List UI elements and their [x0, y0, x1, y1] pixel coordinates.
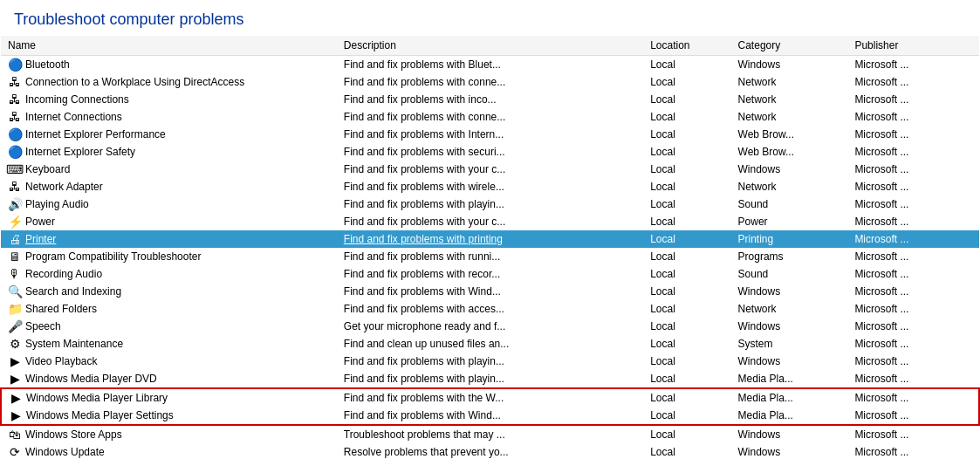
col-header-pub[interactable]: Publisher [847, 36, 979, 56]
item-name: ▶Windows Media Player Library [1, 388, 337, 407]
item-icon: 🖧 [8, 75, 22, 89]
item-name: 🖧Connection to a Workplace Using DirectA… [1, 73, 337, 91]
content-area: Name Description Location Category Publi… [0, 36, 980, 459]
col-header-cat[interactable]: Category [731, 36, 848, 56]
item-category: Media Pla... [731, 388, 848, 407]
item-location: Local [643, 265, 730, 283]
table-row[interactable]: 🖨PrinterFind and fix problems with print… [1, 230, 979, 248]
item-location: Local [643, 335, 730, 353]
item-desc: Find and fix problems with Wind... [337, 283, 643, 300]
table-row[interactable]: 🖧Network AdapterFind and fix problems wi… [1, 178, 979, 195]
item-icon: ⚡ [8, 215, 22, 229]
table-row[interactable]: 🛍Windows Store AppsTroubleshoot problems… [1, 425, 979, 443]
table-row[interactable]: 🖥Program Compatibility TroubleshooterFin… [1, 248, 979, 265]
item-publisher: Microsoft ... [847, 425, 979, 443]
item-name: ⚙System Maintenance [1, 335, 337, 353]
troubleshooter-list[interactable]: Name Description Location Category Publi… [0, 36, 980, 459]
table-row[interactable]: 🖧Incoming ConnectionsFind and fix proble… [1, 91, 979, 108]
item-icon: 🖨 [8, 232, 22, 246]
item-desc: Get your microphone ready and f... [337, 318, 643, 335]
item-publisher: Microsoft ... [847, 195, 979, 213]
item-name-text: Bluetooth [25, 58, 70, 71]
table-row[interactable]: ▶Windows Media Player SettingsFind and f… [1, 407, 979, 425]
item-location: Local [643, 318, 730, 335]
item-name: 🔵Bluetooth [1, 56, 337, 74]
item-category: Network [731, 108, 848, 126]
table-row[interactable]: 🔍Search and IndexingFind and fix problem… [1, 283, 979, 300]
item-publisher: Microsoft ... [847, 388, 979, 407]
table-row[interactable]: ▶Video PlaybackFind and fix problems wit… [1, 353, 979, 370]
item-category: Web Brow... [731, 126, 848, 143]
item-desc: Find and fix problems with Intern... [337, 126, 643, 143]
item-name-text: Internet Explorer Safety [25, 146, 135, 158]
table-row[interactable]: ▶Windows Media Player LibraryFind and fi… [1, 388, 979, 407]
item-icon: 🔵 [8, 145, 22, 159]
item-name: 🖧Internet Connections [1, 108, 337, 126]
item-location: Local [643, 230, 730, 248]
item-icon: 🎙 [8, 267, 22, 281]
table-row[interactable]: ⟳Windows UpdateResolve problems that pre… [1, 443, 979, 459]
item-name: ▶Windows Media Player DVD [1, 370, 337, 388]
item-publisher: Microsoft ... [847, 407, 979, 425]
item-category: Network [731, 73, 848, 91]
item-location: Local [643, 126, 730, 143]
item-name: 🔊Playing Audio [1, 195, 337, 213]
item-name: 🖨Printer [1, 230, 337, 248]
item-name: 🖧Incoming Connections [1, 91, 337, 108]
item-name: 🔵Internet Explorer Safety [1, 143, 337, 161]
table-row[interactable]: 🔵BluetoothFind and fix problems with Blu… [1, 56, 979, 74]
item-icon: 🔍 [8, 284, 22, 298]
table-row[interactable]: ⚡PowerFind and fix problems with your c.… [1, 213, 979, 230]
item-name-text: Internet Connections [25, 111, 122, 123]
table-row[interactable]: 🔵Internet Explorer PerformanceFind and f… [1, 126, 979, 143]
item-category: Media Pla... [731, 407, 848, 425]
item-publisher: Microsoft ... [847, 283, 979, 300]
item-desc: Find and fix problems with your c... [337, 213, 643, 230]
item-icon: 🔵 [8, 58, 22, 72]
item-name: ⚡Power [1, 213, 337, 230]
item-location: Local [643, 73, 730, 91]
item-icon: 🖥 [8, 250, 22, 264]
table-row[interactable]: 🔵Internet Explorer SafetyFind and fix pr… [1, 143, 979, 161]
col-header-name[interactable]: Name [1, 36, 337, 56]
col-header-desc[interactable]: Description [337, 36, 643, 56]
col-header-loc[interactable]: Location [643, 36, 730, 56]
table-row[interactable]: 📁Shared FoldersFind and fix problems wit… [1, 300, 979, 318]
item-name-text: Video Playback [25, 355, 98, 367]
page-title: Troubleshoot computer problems [0, 0, 980, 36]
item-name-text: Printer [25, 233, 56, 245]
item-publisher: Microsoft ... [847, 318, 979, 335]
item-icon: 🖧 [8, 110, 22, 124]
item-category: Printing [731, 230, 848, 248]
item-location: Local [643, 370, 730, 388]
table-row[interactable]: ▶Windows Media Player DVDFind and fix pr… [1, 370, 979, 388]
table-row[interactable]: 🎙Recording AudioFind and fix problems wi… [1, 265, 979, 283]
item-publisher: Microsoft ... [847, 178, 979, 195]
item-name-text: Search and Indexing [25, 285, 121, 298]
item-icon: ⌨ [8, 162, 22, 176]
item-publisher: Microsoft ... [847, 370, 979, 388]
item-icon: ▶ [9, 391, 23, 405]
item-publisher: Microsoft ... [847, 230, 979, 248]
item-location: Local [643, 443, 730, 459]
item-name: ⌨Keyboard [1, 161, 337, 178]
item-desc: Find and fix problems with inco... [337, 91, 643, 108]
table-row[interactable]: 🔊Playing AudioFind and fix problems with… [1, 195, 979, 213]
item-name: 🖧Network Adapter [1, 178, 337, 195]
table-row[interactable]: 🖧Connection to a Workplace Using DirectA… [1, 73, 979, 91]
table-row[interactable]: 🖧Internet ConnectionsFind and fix proble… [1, 108, 979, 126]
item-publisher: Microsoft ... [847, 73, 979, 91]
item-name-text: Windows Store Apps [25, 428, 122, 441]
item-desc: Resolve problems that prevent yo... [337, 443, 643, 459]
item-desc: Find and clean up unused files an... [337, 335, 643, 353]
item-name-text: Windows Media Player DVD [25, 373, 157, 385]
item-icon: 📁 [8, 302, 22, 316]
item-location: Local [643, 425, 730, 443]
table-row[interactable]: ⌨KeyboardFind and fix problems with your… [1, 161, 979, 178]
item-name: 🖥Program Compatibility Troubleshooter [1, 248, 337, 265]
table-row[interactable]: 🎤SpeechGet your microphone ready and f..… [1, 318, 979, 335]
item-name: 📁Shared Folders [1, 300, 337, 318]
table-row[interactable]: ⚙System MaintenanceFind and clean up unu… [1, 335, 979, 353]
item-icon: 🎤 [8, 319, 22, 333]
item-name-text: Keyboard [25, 163, 70, 175]
